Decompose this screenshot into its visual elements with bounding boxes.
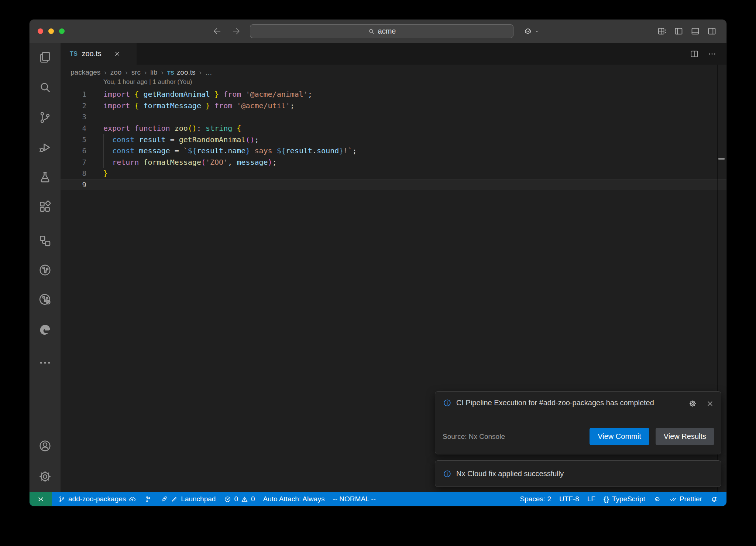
activity-item-references[interactable] xyxy=(38,233,52,248)
gear-icon[interactable] xyxy=(688,399,697,408)
status-item-auto-attach[interactable]: Auto Attach: Always xyxy=(259,492,329,506)
activity-item-run-and-debug[interactable] xyxy=(38,140,52,155)
code-line-content: export function zoo(): string { xyxy=(86,124,241,133)
activity-item-nx-cloud[interactable] xyxy=(38,292,52,307)
split-editor-button[interactable] xyxy=(690,49,699,59)
command-center-search[interactable]: acme xyxy=(250,24,513,38)
line-number: 8 xyxy=(61,169,86,177)
status-item-formatter[interactable]: Prettier xyxy=(665,492,706,506)
status-item-eol[interactable]: LF xyxy=(583,492,599,506)
warning-triangle-icon xyxy=(241,495,248,503)
breadcrumb-item[interactable]: packages xyxy=(71,68,100,76)
status-item-git-branch[interactable]: add-zoo-packages xyxy=(54,492,140,506)
tab-label: zoo.ts xyxy=(82,50,101,58)
tab-zoo-ts[interactable]: TS zoo.ts xyxy=(61,43,137,65)
activity-item-testing[interactable] xyxy=(38,170,52,184)
status-item-label: -- NORMAL -- xyxy=(333,495,375,503)
notification-message: Nx Cloud fix applied successfully xyxy=(456,467,564,480)
breadcrumb-separator: › xyxy=(104,68,106,76)
bell-dot-icon xyxy=(710,495,718,503)
status-item-problems[interactable]: 00 xyxy=(220,492,259,506)
forward-button[interactable] xyxy=(231,26,241,36)
breadcrumb-item[interactable]: lib xyxy=(150,68,157,76)
line-number: 7 xyxy=(61,158,86,166)
breadcrumb-item[interactable]: src xyxy=(131,68,141,76)
info-icon xyxy=(443,398,452,407)
vscode-window: acme TS zoo.ts packages›zoo›src›lib›TSzo… xyxy=(30,20,726,506)
nx-cloud-icon xyxy=(38,292,52,307)
account-icon xyxy=(38,438,52,453)
search-icon xyxy=(38,80,52,95)
line-number: 6 xyxy=(61,147,86,155)
status-item-indentation[interactable]: Spaces: 2 xyxy=(516,492,555,506)
breadcrumb-item[interactable]: zoo xyxy=(110,68,122,76)
code-line[interactable]: 3 xyxy=(61,111,726,123)
status-item-label: Auto Attach: Always xyxy=(263,495,325,503)
breadcrumb-separator: › xyxy=(161,68,163,76)
code-line[interactable]: 5 const result = getRandomAnimal(); xyxy=(61,134,726,145)
gear-icon xyxy=(38,469,52,484)
activity-bar xyxy=(30,43,61,492)
status-item-label: Launchpad xyxy=(181,495,216,503)
toggle-secondary-sidebar-button[interactable] xyxy=(707,26,717,36)
traffic-light-zoom[interactable] xyxy=(59,28,65,34)
breadcrumb-item[interactable]: … xyxy=(205,68,212,76)
code-lens-blame[interactable]: You, 1 hour ago | 1 author (You) xyxy=(103,78,192,86)
traffic-light-minimize[interactable] xyxy=(48,28,54,34)
remote-icon xyxy=(37,495,45,504)
status-item-copilot-status[interactable] xyxy=(649,492,665,506)
status-item-nx-ci-pipeline[interactable] xyxy=(140,492,156,506)
status-item-vim-mode[interactable]: -- NORMAL -- xyxy=(329,492,379,506)
activity-item-extensions[interactable] xyxy=(38,199,52,214)
code-line[interactable]: 9 xyxy=(61,179,726,191)
activity-item-accounts[interactable] xyxy=(38,438,52,453)
traffic-light-close[interactable] xyxy=(38,28,43,34)
activity-item-nx-console[interactable] xyxy=(38,263,52,277)
typescript-file-icon: TS xyxy=(167,69,174,76)
files-icon xyxy=(38,50,52,65)
search-icon xyxy=(368,28,375,35)
breadcrumb-item[interactable]: TSzoo.ts xyxy=(167,68,196,76)
toggle-panel-button[interactable] xyxy=(690,26,700,36)
title-bar: acme xyxy=(30,20,726,43)
remote-indicator[interactable] xyxy=(30,492,52,506)
activity-item-search[interactable] xyxy=(38,80,52,95)
code-line[interactable]: 7 return formatMessage('ZOO', message); xyxy=(61,157,726,168)
more-actions-button[interactable] xyxy=(707,49,717,59)
activity-item-edge-tools[interactable] xyxy=(38,322,52,337)
status-item-encoding[interactable]: UTF-8 xyxy=(555,492,583,506)
status-item-notifications-bell[interactable] xyxy=(706,492,722,506)
customize-layout-button[interactable] xyxy=(657,26,667,36)
beaker-icon xyxy=(38,170,52,184)
code-line[interactable]: 8} xyxy=(61,168,726,179)
status-item-label: 0 xyxy=(251,495,255,503)
close-icon[interactable] xyxy=(706,399,714,408)
code-line[interactable]: 4export function zoo(): string { xyxy=(61,123,726,134)
breadcrumb-separator: › xyxy=(125,68,127,76)
pipeline-icon xyxy=(144,495,152,503)
activity-item-explorer[interactable] xyxy=(38,50,52,65)
view-commit-button[interactable]: View Commit xyxy=(590,428,649,445)
activity-item-additional-views[interactable] xyxy=(38,355,52,370)
close-icon[interactable] xyxy=(113,50,121,58)
view-results-button[interactable]: View Results xyxy=(656,428,714,445)
desktop-background: acme TS zoo.ts packages›zoo›src›lib›TSzo… xyxy=(0,0,756,546)
line-number: 5 xyxy=(61,136,86,144)
toggle-primary-sidebar-button[interactable] xyxy=(674,26,684,36)
notification-toast: Nx Cloud fix applied successfully xyxy=(435,460,721,487)
traffic-lights xyxy=(38,20,65,43)
status-item-launchpad[interactable]: Launchpad xyxy=(156,492,220,506)
breadcrumb-separator: › xyxy=(144,68,147,76)
back-button[interactable] xyxy=(212,26,222,36)
code-editor[interactable]: 1import { getRandomAnimal } from '@acme/… xyxy=(61,89,726,190)
breadcrumb: packages›zoo›src›lib›TSzoo.ts›… xyxy=(61,65,726,80)
code-line[interactable]: 6 const message = `${result.name} says $… xyxy=(61,145,726,157)
activity-item-source-control[interactable] xyxy=(38,110,52,125)
activity-item-manage[interactable] xyxy=(38,469,52,484)
code-line[interactable]: 1import { getRandomAnimal } from '@acme/… xyxy=(61,89,726,100)
copilot-menu-button[interactable] xyxy=(523,20,540,43)
status-item-language-mode[interactable]: {}TypeScript xyxy=(599,492,649,506)
code-line[interactable]: 2import { formatMessage } from '@acme/ut… xyxy=(61,100,726,112)
source-control-icon xyxy=(38,110,52,125)
error-circle-icon xyxy=(224,495,231,503)
